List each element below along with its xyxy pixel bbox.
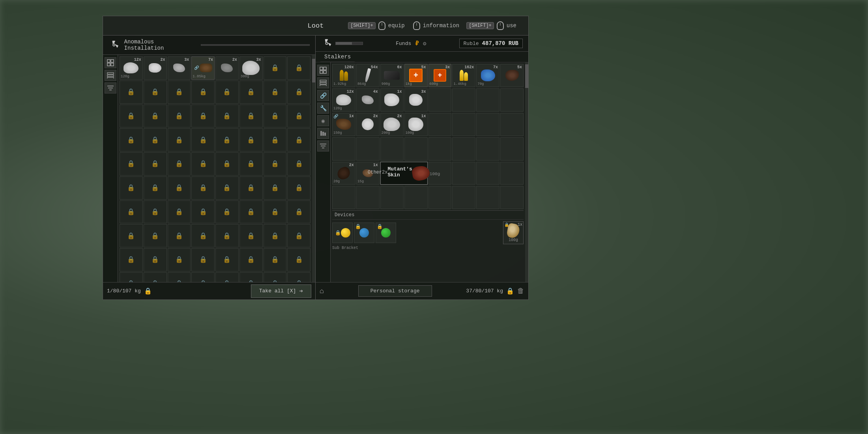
lock-icon: 🔒 xyxy=(127,208,135,216)
item-cell[interactable]: 5x xyxy=(500,64,524,87)
lock-icon: 🔒 xyxy=(199,208,207,216)
locked-cell: 🔒 xyxy=(239,248,263,271)
item-cell[interactable]: 6x 900g xyxy=(380,64,404,87)
information-label: information xyxy=(423,22,459,29)
grid-view-btn[interactable] xyxy=(105,57,116,68)
item-cell[interactable]: 3x 600g xyxy=(428,64,452,87)
item-cell[interactable]: 12x 120g xyxy=(120,56,143,80)
right-filter-btn[interactable] xyxy=(317,140,329,152)
item-cell[interactable]: 2x xyxy=(215,56,239,80)
lock-icon: 🔒 xyxy=(247,280,255,282)
locked-cell: 🔒 xyxy=(287,272,311,282)
locked-cell: 🔒 xyxy=(287,56,311,80)
locked-cell: 🔒 xyxy=(144,272,167,282)
lock-icon: 🔒 xyxy=(271,160,279,168)
lock-icon: 🔒 xyxy=(271,112,279,120)
item-cell[interactable]: 3x xyxy=(404,88,428,112)
locked-cell: 🔒 xyxy=(264,200,287,224)
device-cell-3[interactable]: 🔒 xyxy=(376,223,396,243)
left-scrollbar[interactable] xyxy=(312,55,315,282)
lock-icon: 🔒 xyxy=(127,280,135,282)
right-bars-btn[interactable] xyxy=(317,128,329,139)
locked-cell: 🔒 xyxy=(168,152,191,176)
filter-btn[interactable] xyxy=(105,82,116,94)
locked-cell: 🔒 xyxy=(120,224,143,247)
svg-rect-21 xyxy=(320,131,322,136)
empty-cell xyxy=(476,186,499,209)
svg-rect-16 xyxy=(320,71,323,73)
svg-rect-17 xyxy=(324,71,326,73)
locked-cell: 🔒 xyxy=(144,152,167,176)
take-all-button[interactable]: Take all [X] ➜ xyxy=(251,284,311,298)
empty-cell xyxy=(452,113,475,136)
svg-rect-23 xyxy=(324,133,326,136)
right-grid-btn[interactable] xyxy=(317,65,329,76)
item-cell[interactable]: 5x 1kg xyxy=(404,64,428,87)
empty-cell xyxy=(500,113,524,136)
right-tool-btn[interactable]: 🔧 xyxy=(317,103,329,114)
right-link-btn[interactable]: 🔗 xyxy=(317,90,329,101)
item-cell[interactable]: 120x 1.92kg xyxy=(332,64,355,87)
lock-icon: 🔒 xyxy=(127,184,135,192)
item-cell[interactable]: 1x 100g xyxy=(404,113,428,136)
locked-cell: 🔒 xyxy=(168,224,191,247)
lock-icon: 🔒 xyxy=(199,184,207,192)
funds-label: Funds xyxy=(396,41,411,47)
list-view-btn[interactable] xyxy=(105,70,116,81)
home-icon[interactable]: ⌂ xyxy=(320,287,324,295)
locked-cell: 🔒 xyxy=(191,152,215,176)
item-cell[interactable]: 7x 70g xyxy=(476,64,499,87)
right-scrollbar[interactable] xyxy=(525,62,528,282)
lock-icon: 🔒 xyxy=(151,88,159,96)
lock-icon: 🔒 xyxy=(295,232,303,240)
locked-cell: 🔒 xyxy=(287,176,311,200)
lock-icon: 🔒 xyxy=(271,232,279,240)
stalkers-section: Stalkers xyxy=(316,52,528,62)
empty-cell xyxy=(428,137,452,161)
empty-cell xyxy=(500,186,524,209)
gear-icon[interactable]: ⚙ xyxy=(423,40,426,47)
ruble-icon: ₽ xyxy=(415,39,419,47)
right-sidebar: 🔗 🔧 ◉ xyxy=(316,62,331,282)
svg-rect-3 xyxy=(111,60,114,62)
item-cell[interactable]: 7x 🔗 1.05kg xyxy=(191,56,215,80)
item-cell[interactable]: 2x 200g xyxy=(380,113,404,136)
item-cell[interactable]: 2x xyxy=(356,113,380,136)
locked-cell: 🔒 xyxy=(287,224,311,247)
item-cell[interactable]: 3x xyxy=(168,56,191,80)
item-cell[interactable]: 12x 120g xyxy=(332,88,355,112)
item-cell[interactable]: 1x xyxy=(380,88,404,112)
shift-key-use: [SHIFT]+ xyxy=(466,22,494,29)
locked-cell: 🔒 xyxy=(144,200,167,224)
item-cell[interactable]: 162x 1.46kg xyxy=(452,64,475,87)
item-cell[interactable]: 3x 300g xyxy=(239,56,263,80)
use-hint: [SHIFT]+ use xyxy=(466,21,516,30)
item-cell[interactable]: 54x 864g xyxy=(356,64,380,87)
empty-cell xyxy=(356,137,380,161)
right-camera-btn[interactable]: ◉ xyxy=(317,115,329,126)
lock-icon: 🔒 xyxy=(175,184,183,192)
empty-cell xyxy=(332,137,355,161)
empty-cell xyxy=(356,186,380,209)
devices-sub-label: Sub Bracket xyxy=(332,245,524,251)
trash-icon[interactable]: 🗑 xyxy=(517,287,524,295)
personal-storage-button[interactable]: Personal storage xyxy=(358,285,432,297)
lock-icon: 🔒 xyxy=(271,88,279,96)
svg-rect-22 xyxy=(322,132,324,136)
currency-amount: 487,870 RUB xyxy=(482,40,518,47)
item-cell[interactable]: 4x xyxy=(356,88,380,112)
item-cell[interactable]: 1x 🔗 150g xyxy=(332,113,355,136)
item-cell[interactable]: 2x xyxy=(144,56,167,80)
right-list-btn[interactable] xyxy=(317,77,329,88)
locked-cell: 🔒 xyxy=(120,248,143,271)
corner-bag-cell[interactable]: 🔒 1x 100g xyxy=(503,221,524,244)
locked-cell: 🔒 xyxy=(287,248,311,271)
locked-cell: 🔒 xyxy=(120,176,143,200)
lock-icon: 🔒 xyxy=(271,64,279,72)
device-cell-1[interactable]: 🔒 xyxy=(332,223,353,243)
lock-icon: 🔒 xyxy=(355,224,361,230)
tooltip-count: 2x xyxy=(382,170,387,175)
lock-icon: 🔒 xyxy=(151,136,159,144)
item-cell[interactable]: 2x 20g xyxy=(332,162,355,185)
device-cell-2[interactable]: 🔒 xyxy=(354,223,374,243)
